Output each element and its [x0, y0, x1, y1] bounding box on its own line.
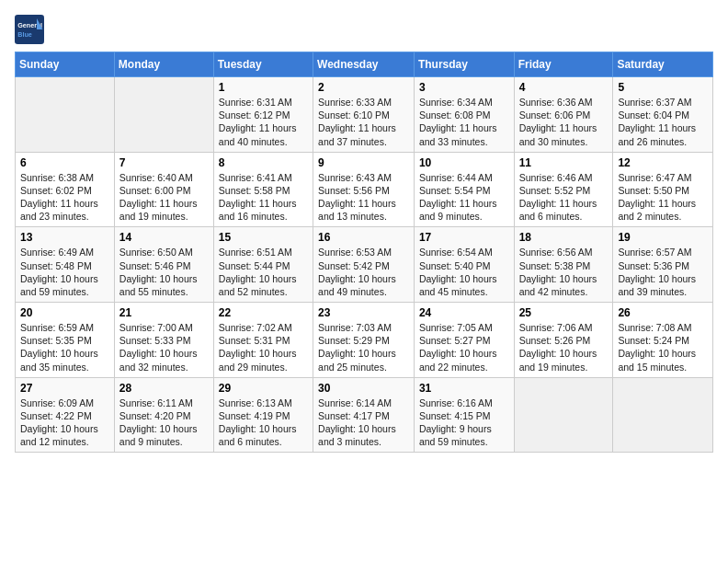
day-info: Sunrise: 7:05 AM Sunset: 5:27 PM Dayligh…: [419, 321, 509, 373]
calendar-cell: [114, 77, 213, 153]
day-info: Sunrise: 7:02 AM Sunset: 5:31 PM Dayligh…: [219, 321, 308, 373]
day-number: 22: [219, 306, 308, 319]
day-info: Sunrise: 6:57 AM Sunset: 5:36 PM Dayligh…: [618, 246, 708, 298]
calendar-cell: 15Sunrise: 6:51 AM Sunset: 5:44 PM Dayli…: [213, 227, 313, 303]
day-info: Sunrise: 6:56 AM Sunset: 5:38 PM Dayligh…: [519, 246, 609, 298]
day-info: Sunrise: 6:47 AM Sunset: 5:50 PM Dayligh…: [618, 171, 708, 224]
calendar-cell: 20Sunrise: 6:59 AM Sunset: 5:35 PM Dayli…: [16, 303, 115, 378]
day-info: Sunrise: 7:06 AM Sunset: 5:26 PM Dayligh…: [519, 321, 609, 373]
day-info: Sunrise: 6:59 AM Sunset: 5:35 PM Dayligh…: [20, 321, 109, 373]
calendar-cell: 5Sunrise: 6:37 AM Sunset: 6:04 PM Daylig…: [613, 77, 713, 153]
day-info: Sunrise: 6:49 AM Sunset: 5:48 PM Dayligh…: [20, 246, 109, 298]
calendar-cell: 14Sunrise: 6:50 AM Sunset: 5:46 PM Dayli…: [114, 227, 213, 303]
calendar-cell: 3Sunrise: 6:34 AM Sunset: 6:08 PM Daylig…: [414, 77, 514, 153]
day-number: 17: [419, 231, 509, 244]
calendar-cell: 21Sunrise: 7:00 AM Sunset: 5:33 PM Dayli…: [114, 303, 213, 378]
calendar-cell: 19Sunrise: 6:57 AM Sunset: 5:36 PM Dayli…: [613, 227, 713, 303]
calendar-cell: [16, 77, 115, 153]
day-number: 8: [219, 156, 308, 169]
calendar-cell: 25Sunrise: 7:06 AM Sunset: 5:26 PM Dayli…: [514, 303, 613, 378]
day-number: 5: [618, 81, 708, 94]
calendar-cell: [613, 377, 713, 453]
logo-icon: General Blue: [15, 15, 44, 44]
day-info: Sunrise: 6:37 AM Sunset: 6:04 PM Dayligh…: [618, 96, 708, 148]
day-number: 29: [219, 382, 308, 395]
dow-header-sunday: Sunday: [16, 52, 115, 77]
day-number: 23: [318, 306, 409, 319]
day-number: 15: [219, 231, 308, 244]
calendar-cell: 13Sunrise: 6:49 AM Sunset: 5:48 PM Dayli…: [16, 227, 115, 303]
day-number: 14: [119, 231, 209, 244]
calendar-cell: 1Sunrise: 6:31 AM Sunset: 6:12 PM Daylig…: [213, 77, 313, 153]
day-number: 6: [20, 156, 109, 169]
day-number: 2: [318, 81, 409, 94]
dow-header-friday: Friday: [514, 52, 613, 77]
calendar-cell: 4Sunrise: 6:36 AM Sunset: 6:06 PM Daylig…: [514, 77, 613, 153]
day-number: 7: [119, 156, 209, 169]
calendar-cell: 30Sunrise: 6:14 AM Sunset: 4:17 PM Dayli…: [313, 377, 415, 453]
calendar-cell: 28Sunrise: 6:11 AM Sunset: 4:20 PM Dayli…: [114, 377, 213, 453]
day-info: Sunrise: 6:36 AM Sunset: 6:06 PM Dayligh…: [519, 96, 609, 148]
day-number: 21: [119, 306, 209, 319]
day-info: Sunrise: 6:13 AM Sunset: 4:19 PM Dayligh…: [219, 396, 308, 449]
day-number: 20: [20, 306, 109, 319]
day-info: Sunrise: 7:03 AM Sunset: 5:29 PM Dayligh…: [318, 321, 409, 373]
calendar-cell: 27Sunrise: 6:09 AM Sunset: 4:22 PM Dayli…: [16, 377, 115, 453]
day-info: Sunrise: 6:44 AM Sunset: 5:54 PM Dayligh…: [419, 171, 509, 224]
calendar-cell: 22Sunrise: 7:02 AM Sunset: 5:31 PM Dayli…: [213, 303, 313, 378]
dow-header-tuesday: Tuesday: [213, 52, 313, 77]
day-number: 9: [318, 156, 409, 169]
day-info: Sunrise: 7:00 AM Sunset: 5:33 PM Dayligh…: [119, 321, 209, 373]
calendar-cell: 2Sunrise: 6:33 AM Sunset: 6:10 PM Daylig…: [313, 77, 415, 153]
calendar-table: SundayMondayTuesdayWednesdayThursdayFrid…: [15, 52, 713, 453]
svg-text:Blue: Blue: [17, 30, 32, 39]
calendar-cell: 8Sunrise: 6:41 AM Sunset: 5:58 PM Daylig…: [213, 152, 313, 227]
calendar-cell: [514, 377, 613, 453]
day-number: 10: [419, 156, 509, 169]
dow-header-saturday: Saturday: [613, 52, 713, 77]
calendar-cell: 7Sunrise: 6:40 AM Sunset: 6:00 PM Daylig…: [114, 152, 213, 227]
calendar-cell: 18Sunrise: 6:56 AM Sunset: 5:38 PM Dayli…: [514, 227, 613, 303]
dow-header-thursday: Thursday: [414, 52, 514, 77]
day-info: Sunrise: 6:38 AM Sunset: 6:02 PM Dayligh…: [20, 171, 109, 224]
day-number: 28: [119, 382, 209, 395]
day-info: Sunrise: 6:16 AM Sunset: 4:15 PM Dayligh…: [419, 396, 509, 449]
day-info: Sunrise: 6:14 AM Sunset: 4:17 PM Dayligh…: [318, 396, 409, 449]
calendar-cell: 6Sunrise: 6:38 AM Sunset: 6:02 PM Daylig…: [16, 152, 115, 227]
day-info: Sunrise: 6:54 AM Sunset: 5:40 PM Dayligh…: [419, 246, 509, 298]
day-number: 1: [219, 81, 308, 94]
dow-header-wednesday: Wednesday: [313, 52, 415, 77]
day-number: 12: [618, 156, 708, 169]
day-info: Sunrise: 6:46 AM Sunset: 5:52 PM Dayligh…: [519, 171, 609, 224]
day-info: Sunrise: 6:40 AM Sunset: 6:00 PM Dayligh…: [119, 171, 209, 224]
day-info: Sunrise: 7:08 AM Sunset: 5:24 PM Dayligh…: [618, 321, 708, 373]
day-number: 31: [419, 382, 509, 395]
day-number: 3: [419, 81, 509, 94]
dow-header-monday: Monday: [114, 52, 213, 77]
day-info: Sunrise: 6:31 AM Sunset: 6:12 PM Dayligh…: [219, 96, 308, 148]
day-info: Sunrise: 6:11 AM Sunset: 4:20 PM Dayligh…: [119, 396, 209, 449]
day-info: Sunrise: 6:33 AM Sunset: 6:10 PM Dayligh…: [318, 96, 409, 148]
day-number: 4: [519, 81, 609, 94]
day-number: 25: [519, 306, 609, 319]
logo: General Blue: [15, 15, 48, 44]
day-info: Sunrise: 6:53 AM Sunset: 5:42 PM Dayligh…: [318, 246, 409, 298]
calendar-cell: 23Sunrise: 7:03 AM Sunset: 5:29 PM Dayli…: [313, 303, 415, 378]
calendar-cell: 17Sunrise: 6:54 AM Sunset: 5:40 PM Dayli…: [414, 227, 514, 303]
calendar-cell: 10Sunrise: 6:44 AM Sunset: 5:54 PM Dayli…: [414, 152, 514, 227]
day-number: 11: [519, 156, 609, 169]
day-number: 16: [318, 231, 409, 244]
calendar-cell: 9Sunrise: 6:43 AM Sunset: 5:56 PM Daylig…: [313, 152, 415, 227]
day-info: Sunrise: 6:43 AM Sunset: 5:56 PM Dayligh…: [318, 171, 409, 224]
day-number: 30: [318, 382, 409, 395]
calendar-cell: 29Sunrise: 6:13 AM Sunset: 4:19 PM Dayli…: [213, 377, 313, 453]
day-number: 18: [519, 231, 609, 244]
day-info: Sunrise: 6:51 AM Sunset: 5:44 PM Dayligh…: [219, 246, 308, 298]
day-number: 26: [618, 306, 708, 319]
calendar-cell: 16Sunrise: 6:53 AM Sunset: 5:42 PM Dayli…: [313, 227, 415, 303]
day-info: Sunrise: 6:34 AM Sunset: 6:08 PM Dayligh…: [419, 96, 509, 148]
day-info: Sunrise: 6:41 AM Sunset: 5:58 PM Dayligh…: [219, 171, 308, 224]
day-number: 27: [20, 382, 109, 395]
day-info: Sunrise: 6:09 AM Sunset: 4:22 PM Dayligh…: [20, 396, 109, 449]
day-number: 13: [20, 231, 109, 244]
